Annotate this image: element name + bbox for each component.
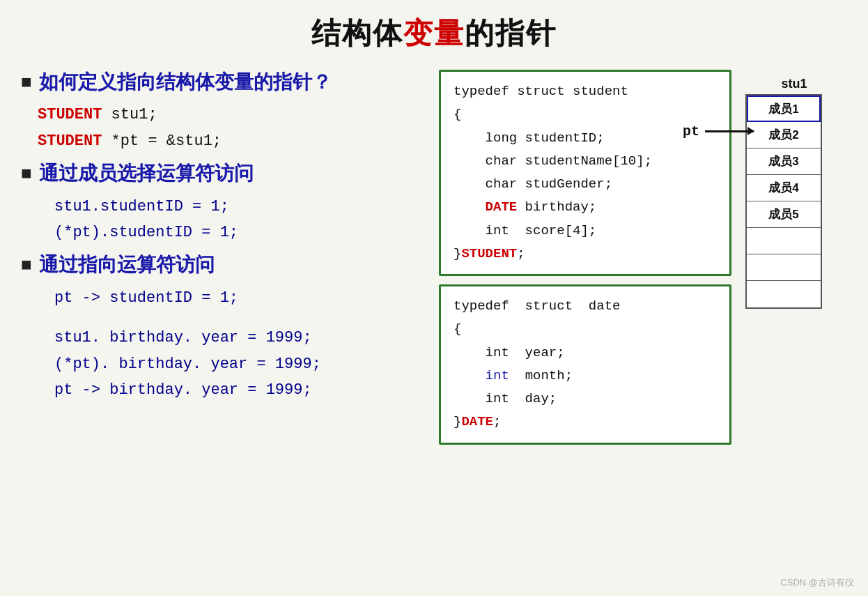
cell-0: 成员1 bbox=[747, 95, 821, 122]
cb-line-1: { bbox=[454, 103, 717, 126]
cb-date-line-4: int day; bbox=[454, 388, 717, 411]
code-member: stu1.studentID = 1; (*pt).studentID = 1; bbox=[54, 194, 425, 246]
cb-date-line-3: int month; bbox=[454, 365, 717, 388]
kw-student-2: STUDENT bbox=[38, 132, 102, 150]
cb-line-2: long studentID; bbox=[454, 127, 717, 150]
cell-3: 成员4 bbox=[747, 175, 821, 201]
bullet-member: ■ bbox=[21, 162, 32, 184]
section-heading-define: 如何定义指向结构体变量的指针？ bbox=[39, 70, 332, 95]
cell-1: 成员2 bbox=[747, 122, 821, 148]
cb-date-line-0: typedef struct date bbox=[454, 295, 717, 318]
code-arrow-3: (*pt). birthday. year = 1999; bbox=[54, 351, 425, 377]
pt-arrow: pt bbox=[683, 123, 754, 139]
bullet-define: ■ bbox=[21, 71, 32, 93]
title-part1: 结构体 bbox=[311, 17, 403, 49]
cell-5 bbox=[747, 228, 821, 254]
cb-date-line-1: { bbox=[454, 318, 717, 341]
student-struct-box: typedef struct student { long studentID;… bbox=[439, 70, 731, 276]
section-heading-arrow: 通过指向运算符访问 bbox=[39, 252, 215, 277]
date-struct-box: typedef struct date { int year; int mont… bbox=[439, 284, 731, 445]
cb-line-6: int score[4]; bbox=[454, 220, 717, 243]
cb-date-line-2: int year; bbox=[454, 342, 717, 365]
pt-label: pt bbox=[683, 123, 699, 139]
code-line-1: STUDENT stu1; bbox=[38, 102, 425, 128]
cb-line-4: char studGender; bbox=[454, 173, 717, 196]
cb-line-7: }STUDENT; bbox=[454, 243, 717, 266]
diagram-cells-wrapper: pt 成员1 成员2 成员3 成员4 成员5 bbox=[745, 94, 822, 309]
bullet-arrow: ■ bbox=[21, 254, 32, 275]
code-member-1: stu1.studentID = 1; bbox=[54, 194, 425, 220]
code-arrow-4: pt -> birthday. year = 1999; bbox=[54, 377, 425, 403]
cell-2: 成员3 bbox=[747, 148, 821, 175]
section-heading-member: 通过成员选择运算符访问 bbox=[39, 161, 254, 186]
title-part2: 的指针 bbox=[465, 17, 557, 49]
cb-line-0: typedef struct student bbox=[454, 80, 717, 103]
diagram-cells: 成员1 成员2 成员3 成员4 成员5 bbox=[745, 94, 822, 309]
section-member-op: ■ 通过成员选择运算符访问 bbox=[21, 161, 425, 186]
section-arrow-op: ■ 通过指向运算符访问 bbox=[21, 252, 425, 277]
struct-diagram: stu1 pt 成员1 成员2 成员3 成员4 成员5 bbox=[745, 77, 836, 309]
code-line-2: STUDENT *pt = &stu1; bbox=[38, 128, 425, 154]
watermark: CSDN @古诗有仪 bbox=[780, 576, 854, 589]
kw-student-1: STUDENT bbox=[38, 106, 102, 123]
cb-line-5: DATE birthday; bbox=[454, 196, 717, 219]
content-area: ■ 如何定义指向结构体变量的指针？ STUDENT stu1; STUDENT … bbox=[21, 70, 847, 445]
main-container: 结构体变量的指针 ■ 如何定义指向结构体变量的指针？ STUDENT stu1;… bbox=[0, 0, 868, 596]
left-panel: ■ 如何定义指向结构体变量的指针？ STUDENT stu1; STUDENT … bbox=[21, 70, 425, 408]
section-define: ■ 如何定义指向结构体变量的指针？ bbox=[21, 70, 425, 95]
diagram-label-stu1: stu1 bbox=[781, 77, 807, 91]
code-member-2: (*pt).studentID = 1; bbox=[54, 220, 425, 245]
title-highlight: 变量 bbox=[403, 17, 465, 49]
cell-7 bbox=[747, 281, 821, 307]
cb-line-3: char studentName[10]; bbox=[454, 150, 717, 173]
code-arrow-2: stu1. birthday. year = 1999; bbox=[54, 325, 425, 351]
code-arrow-1: pt -> studentID = 1; bbox=[54, 285, 425, 311]
cb-date-line-5: }DATE; bbox=[454, 411, 717, 434]
cell-6 bbox=[747, 254, 821, 281]
arrow-line bbox=[705, 130, 754, 132]
cell-4: 成员5 bbox=[747, 201, 821, 228]
code-arrow: pt -> studentID = 1; stu1. birthday. yea… bbox=[54, 285, 425, 404]
page-title: 结构体变量的指针 bbox=[21, 14, 847, 53]
code-define: STUDENT stu1; STUDENT *pt = &stu1; bbox=[38, 102, 425, 154]
